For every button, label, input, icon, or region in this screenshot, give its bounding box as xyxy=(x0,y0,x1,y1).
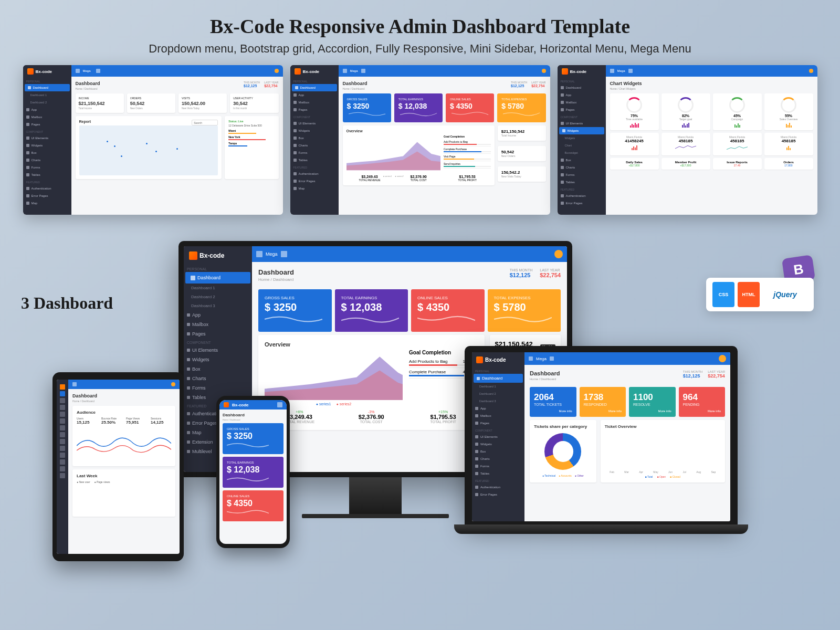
sidebar-item-charts[interactable]: Charts xyxy=(23,156,71,164)
last-week-title: Last Week xyxy=(77,474,171,478)
tile-gross-sales: GROSS SALES$ 3250 xyxy=(343,93,391,122)
sidebar-item-mailbox[interactable]: Mailbox xyxy=(290,99,339,106)
sidebar-item-forms[interactable]: Forms xyxy=(290,149,339,156)
sidebar-item-box[interactable]: Box xyxy=(472,448,524,455)
hero-title: Bx-Code Responsive Admin Dashboard Templ… xyxy=(0,0,840,42)
sidebar-item-widgets[interactable]: Widgets xyxy=(472,440,524,448)
sidebar-item-errors[interactable]: Error Pages xyxy=(23,192,71,200)
sidebar-item-map[interactable]: Map xyxy=(23,200,71,207)
sidebar-item-forms[interactable]: Forms xyxy=(184,383,252,393)
search-icon[interactable] xyxy=(361,69,365,73)
sidebar-item-auth[interactable]: Authentication xyxy=(290,170,339,177)
sidebar-item-tables[interactable]: Tables xyxy=(23,171,71,178)
sidebar-item-app[interactable]: App xyxy=(23,106,71,113)
tile-expenses: TOTAL EXPENSES$ 5780 xyxy=(488,289,561,332)
sidebar-item-errors[interactable]: Error Pages xyxy=(290,177,339,185)
sidebar-item-ui[interactable]: UI Elements xyxy=(558,120,606,127)
sidebar-item-app[interactable]: App xyxy=(558,91,606,99)
sidebar-item-auth[interactable]: Authentication xyxy=(23,185,71,192)
tile-gross-sales: GROSS SALES$ 3250 xyxy=(258,289,332,332)
sidebar-item-dashboard[interactable]: Dashboard xyxy=(292,84,337,91)
sidebar-item-dashboard[interactable]: Dashboard xyxy=(185,272,250,284)
avatar-icon[interactable] xyxy=(554,250,563,258)
ticket-bars-chart xyxy=(605,431,721,470)
search-icon[interactable] xyxy=(550,356,554,361)
page-title: Chart Widgets xyxy=(610,81,813,86)
expand-icon[interactable] xyxy=(343,69,347,73)
sidebar-item-widgets[interactable]: Widgets xyxy=(559,127,604,134)
sidebar-item-forms[interactable]: Forms xyxy=(23,164,71,171)
sidebar-item-box[interactable]: Box xyxy=(558,156,606,164)
sidebar-item-mailbox[interactable]: Mailbox xyxy=(558,99,606,106)
search-icon[interactable] xyxy=(96,69,100,73)
sidebar-item-widgets[interactable]: Widgets xyxy=(23,142,71,149)
sidebar-item-widgets[interactable]: Widgets xyxy=(184,355,252,364)
sidebar-item-charts[interactable]: Charts xyxy=(184,374,252,383)
expand-icon[interactable] xyxy=(256,251,262,257)
sidebar-item-ui[interactable]: UI Elements xyxy=(472,433,524,440)
sidebar-item-forms[interactable]: Forms xyxy=(472,463,524,470)
sidebar-item-dashboard[interactable]: Dashboard xyxy=(25,84,70,91)
sidebar-item-pages[interactable]: Pages xyxy=(290,106,339,113)
search-input[interactable] xyxy=(192,120,218,125)
sidebar-item-dashboard2[interactable]: Dashboard 2 xyxy=(23,99,71,106)
sidebar-item-pages[interactable]: Pages xyxy=(23,121,71,128)
report-title: Report xyxy=(79,120,91,123)
expand-icon[interactable] xyxy=(610,69,614,73)
donut-title: Tickets share per category xyxy=(534,424,592,429)
sidebar-item-forms[interactable]: Forms xyxy=(558,171,606,178)
sidebar-item-tables[interactable]: Tables xyxy=(290,156,339,164)
sidebar-item-mailbox[interactable]: Mailbox xyxy=(472,412,524,419)
search-icon[interactable] xyxy=(281,251,287,257)
sidebar-item-box[interactable]: Box xyxy=(23,149,71,156)
sidebar-item-errors[interactable]: Error Pages xyxy=(472,491,524,498)
search-icon[interactable] xyxy=(628,69,633,73)
tile-expenses: TOTAL EXPENSES$ 5780 xyxy=(497,93,545,122)
mega-menu[interactable]: Mega xyxy=(266,251,278,257)
sidebar-item-ui[interactable]: UI Elements xyxy=(290,120,339,127)
avatar-icon[interactable] xyxy=(542,69,546,73)
sidebar-item-charts[interactable]: Charts xyxy=(472,455,524,463)
sidebar-item-mailbox[interactable]: Mailbox xyxy=(184,320,252,329)
sidebar-item-pages[interactable]: Pages xyxy=(184,329,252,339)
sidebar-item-pages[interactable]: Pages xyxy=(472,419,524,427)
sidebar-item-map[interactable]: Map xyxy=(290,185,339,192)
sidebar-item-box[interactable]: Box xyxy=(184,364,252,374)
expand-icon[interactable] xyxy=(72,382,77,386)
sidebar-item-ui[interactable]: UI Elements xyxy=(184,345,252,355)
sidebar-item-ui[interactable]: UI Elements xyxy=(23,134,71,142)
sidebar-item-dashboard[interactable]: Dashboard xyxy=(474,374,523,383)
world-map[interactable] xyxy=(79,125,218,175)
mega-menu[interactable]: Mega xyxy=(350,69,358,72)
sidebar-item-dashboard[interactable]: Dashboard xyxy=(558,84,606,91)
expand-icon[interactable] xyxy=(529,356,533,361)
sidebar-item-widgets[interactable]: Widgets xyxy=(290,127,339,134)
sidebar-item-box[interactable]: Box xyxy=(290,134,339,142)
avatar-icon[interactable] xyxy=(809,69,813,73)
avatar-icon[interactable] xyxy=(719,355,726,362)
avatar-icon[interactable] xyxy=(275,69,279,73)
tablet-device: Dashboard Home / Dashboard Audience User… xyxy=(52,372,184,561)
sidebar-item-d1[interactable]: Dashboard 1 xyxy=(184,284,252,292)
sidebar-item-app[interactable]: App xyxy=(472,405,524,412)
sidebar-item-tables[interactable]: Tables xyxy=(558,178,606,186)
sidebar-item-auth[interactable]: Authentication xyxy=(472,484,524,491)
city-ny: New York xyxy=(228,135,275,139)
expand-icon[interactable] xyxy=(76,69,80,73)
sidebar-item-app[interactable]: App xyxy=(290,91,339,99)
sidebar-item-d2[interactable]: Dashboard 2 xyxy=(184,292,252,301)
page-title: Dashboard xyxy=(72,393,175,398)
sidebar-item-pages[interactable]: Pages xyxy=(558,106,606,113)
sidebar-item-d3[interactable]: Dashboard 3 xyxy=(184,301,252,310)
sidebar-item-charts[interactable]: Charts xyxy=(558,164,606,171)
sidebar-item-charts[interactable]: Charts xyxy=(290,142,339,149)
menu-icon[interactable] xyxy=(277,402,282,407)
mega-menu[interactable]: Mega xyxy=(83,69,91,72)
sidebar-item-dashboard1[interactable]: Dashboard 1 xyxy=(23,91,71,99)
avatar-icon[interactable] xyxy=(171,382,175,386)
sidebar-item-errors[interactable]: Error Pages xyxy=(558,200,606,207)
sidebar-item-app[interactable]: App xyxy=(184,310,252,320)
sidebar-item-tables[interactable]: Tables xyxy=(472,470,524,477)
sidebar-item-mailbox[interactable]: Mailbox xyxy=(23,113,71,121)
sidebar-item-auth[interactable]: Authentication xyxy=(558,192,606,200)
